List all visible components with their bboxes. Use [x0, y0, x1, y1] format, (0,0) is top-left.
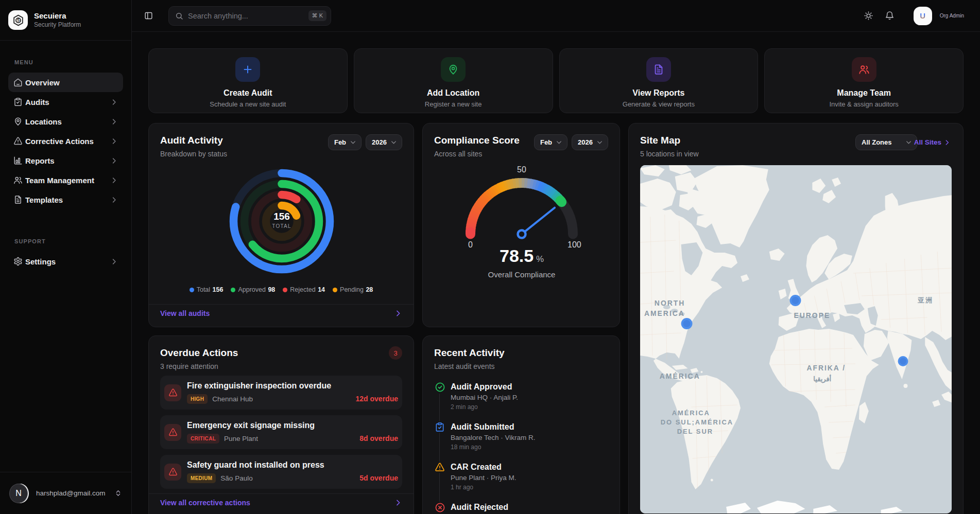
svg-text:亚洲: 亚洲	[917, 296, 933, 304]
svg-text:AMERICA: AMERICA	[644, 309, 685, 317]
svg-text:AMÉRICA: AMÉRICA	[660, 372, 700, 380]
svg-text:DEL SUR: DEL SUR	[677, 428, 713, 435]
svg-text:AFRIKA /: AFRIKA /	[806, 364, 846, 372]
svg-text:EUROPE: EUROPE	[794, 311, 831, 320]
svg-text:AMÉRICA: AMÉRICA	[672, 409, 710, 417]
svg-text:DO SUL;AMÉRICA: DO SUL;AMÉRICA	[661, 418, 733, 426]
svg-text:S: S	[16, 17, 20, 23]
svg-text:أفريقيا: أفريقيا	[813, 374, 831, 383]
svg-text:NORTH: NORTH	[655, 299, 685, 307]
